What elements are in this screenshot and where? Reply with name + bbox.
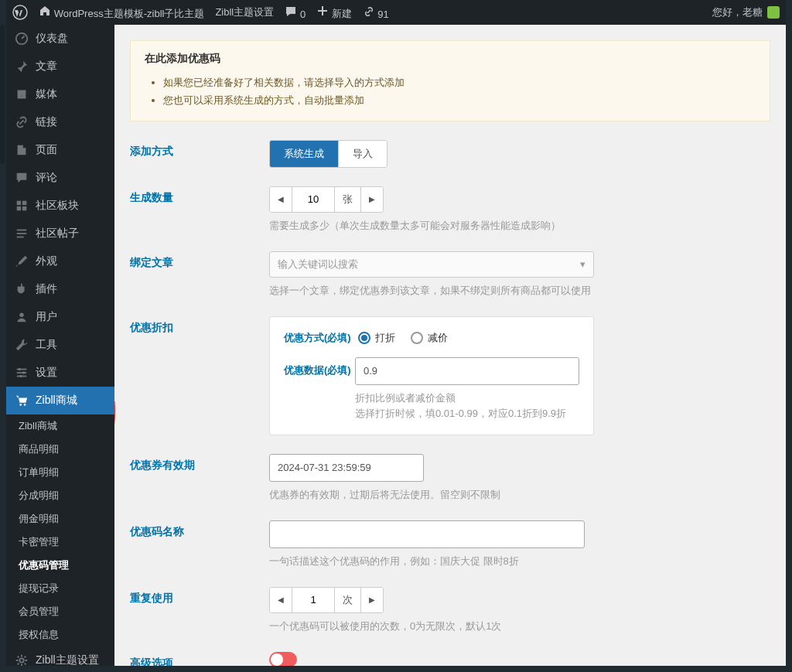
spinner-decrement[interactable]: ◀ [270,187,292,212]
theme-settings-link[interactable]: Zibll主题设置 [215,5,274,19]
menu-zibll-mall[interactable]: Zibll商城 [6,387,114,414]
menu-media[interactable]: 媒体 [6,80,114,108]
svg-rect-7 [17,230,27,231]
menu-label: 页面 [36,143,57,157]
links-count[interactable]: 91 [363,5,389,20]
discount-help2: 选择打折时候，填0.01-0.99，对应0.1折到9.9折 [355,407,579,421]
spinner-increment[interactable]: ▶ [361,588,383,612]
menu-label: 工具 [36,338,57,352]
post-icon [14,226,29,241]
gen-count-input[interactable] [292,187,335,212]
svg-rect-9 [17,237,24,238]
new-link[interactable]: 新建 [316,5,352,21]
radio-icon [411,332,423,344]
submenu-product-detail[interactable]: 商品明细 [6,438,114,461]
cart-icon [14,393,29,408]
menu-comments[interactable]: 评论 [6,164,114,192]
avatar-icon[interactable] [767,6,780,19]
menu-community-blocks[interactable]: 社区板块 [6,192,114,220]
coupon-name-input[interactable] [269,520,585,548]
wordpress-logo-icon[interactable] [12,5,28,20]
discount-data-label: 优惠数据(必填) [284,357,355,377]
spinner-increment[interactable]: ▶ [361,187,383,212]
add-method-label: 添加方式 [130,140,269,168]
pin-icon [14,59,29,74]
menu-posts[interactable]: 文章 [6,53,114,80]
comments-link[interactable]: 0 [285,5,306,20]
reuse-label: 重复使用 [130,587,269,633]
sliders-icon [14,365,29,380]
menu-settings[interactable]: 设置 [6,359,114,387]
menu-label: 链接 [36,115,57,129]
menu-links[interactable]: 链接 [6,108,114,136]
submenu-order-detail[interactable]: 订单明细 [6,461,114,484]
submenu-rebate-detail[interactable]: 佣金明细 [6,507,114,530]
svg-rect-3 [17,201,21,205]
svg-point-16 [19,375,22,378]
radio-reduce[interactable]: 减价 [411,331,448,345]
block-icon [14,198,29,213]
menu-users[interactable]: 用户 [6,303,114,331]
user-icon [14,309,29,325]
bind-post-select[interactable]: 输入关键词以搜索 ▾ [269,251,594,278]
menu-tools[interactable]: 工具 [6,331,114,359]
brush-icon [14,254,29,269]
dashboard-icon [14,31,29,46]
menu-community-posts[interactable]: 社区帖子 [6,220,114,247]
menu-plugins[interactable]: 插件 [6,275,114,303]
greeting-link[interactable]: 您好，老糖 [712,5,763,19]
home-icon [39,5,51,17]
svg-rect-8 [17,233,27,234]
submenu-cardkey-mgmt[interactable]: 卡密管理 [6,530,114,554]
menu-label: 插件 [36,282,57,296]
svg-point-10 [19,313,23,317]
chevron-down-icon: ▾ [580,258,585,270]
spinner-decrement[interactable]: ◀ [270,588,292,612]
discount-box: 优惠方式(必填) 打折 减价 优惠数据(必填) 折扣比例或者减价金额 选择打折时… [269,316,594,435]
submenu-commission-detail[interactable]: 分成明细 [6,484,114,507]
svg-rect-4 [22,201,26,205]
admin-sidebar: 仪表盘 文章 媒体 链接 页面 评论 社区板块 社区帖子 外观 插件 用户 工具… [6,25,114,666]
advanced-toggle[interactable] [269,652,297,666]
menu-label: 评论 [36,171,57,185]
menu-appearance[interactable]: 外观 [6,247,114,275]
scrollbar[interactable] [0,25,5,164]
link-icon [363,5,375,18]
add-method-tabs: 系统生成 导入 [269,140,387,168]
svg-point-17 [19,658,23,662]
coupon-name-help: 一句话描述这个优惠码的作用，例如：国庆大促 限时8折 [269,554,770,568]
submenu-coupon-mgmt[interactable]: 优惠码管理 [6,554,114,577]
media-icon [14,87,29,102]
discount-data-input[interactable] [355,357,579,385]
notice-bullet: 如果您已经准备好了相关数据，请选择导入的方式添加 [163,73,756,91]
menu-pages[interactable]: 页面 [6,136,114,164]
gear-icon [14,653,29,666]
menu-label: 文章 [36,60,57,73]
radio-discount[interactable]: 打折 [358,331,395,345]
submenu-withdraw-record[interactable]: 提现记录 [6,577,114,600]
submenu-license-info[interactable]: 授权信息 [6,623,114,646]
spinner-unit: 次 [335,588,361,612]
notice-bullet: 您也可以采用系统生成的方式，自动批量添加 [163,91,756,109]
submenu-member-mgmt[interactable]: 会员管理 [6,600,114,623]
link-icon [14,114,29,130]
submenu-mall[interactable]: Zibll商城 [6,414,114,438]
reuse-help: 一个优惠码可以被使用的次数，0为无限次，默认1次 [269,619,770,633]
expiry-input[interactable] [269,454,424,482]
plug-icon [14,281,29,297]
tab-import[interactable]: 导入 [338,141,387,167]
select-placeholder: 输入关键词以搜索 [278,258,358,271]
menu-zibll-theme[interactable]: Zibll主题设置 [6,646,114,666]
tab-system-gen[interactable]: 系统生成 [270,141,338,167]
site-title-link[interactable]: WordPress主题模板-zibll子比主题 [39,5,204,21]
menu-label: Zibll主题设置 [36,653,99,666]
radio-icon [358,332,370,344]
gen-count-label: 生成数量 [130,186,269,233]
menu-dashboard[interactable]: 仪表盘 [6,25,114,53]
comment-icon [14,170,29,186]
bind-post-label: 绑定文章 [130,251,269,298]
notice-title: 在此添加优惠码 [145,52,756,66]
coupon-name-label: 优惠码名称 [130,520,269,568]
svg-rect-5 [17,206,21,210]
reuse-input[interactable] [292,588,335,612]
